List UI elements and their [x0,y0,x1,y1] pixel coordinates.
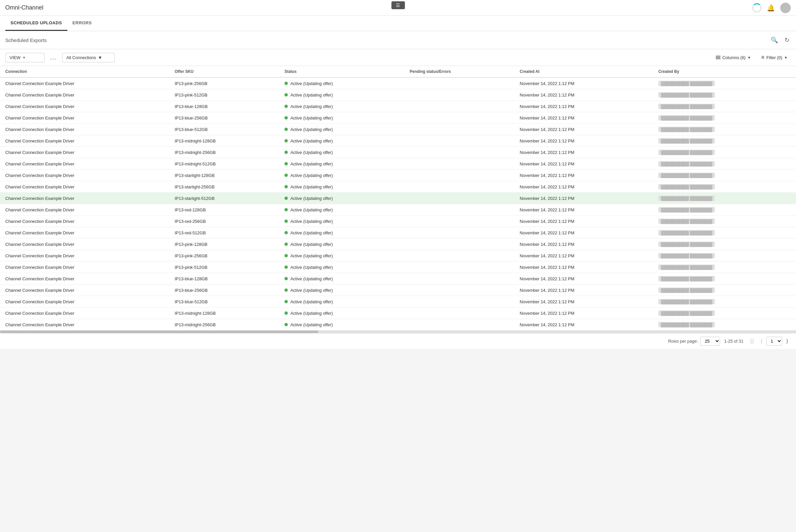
status-dot-icon [285,128,288,131]
filter-button[interactable]: ≡ Filter (0) ▼ [758,53,791,62]
page-number-select[interactable]: 1 2 [766,337,782,346]
status-dot-icon [285,208,288,211]
table-row[interactable]: Channel Connection Example DriverIP13-pi… [0,239,796,250]
cell-connection: Channel Connection Example Driver [0,227,169,239]
cell-created-at: November 14, 2022 1:12 PM [514,319,653,330]
cell-created-at: November 14, 2022 1:12 PM [514,250,653,262]
cell-sku: IP13-midnight-128GB [169,135,279,147]
cell-connection: Channel Connection Example Driver [0,307,169,319]
cell-created-at: November 14, 2022 1:12 PM [514,101,653,112]
created-by-value: ██████████ ████████ [658,184,715,189]
table-row[interactable]: Channel Connection Example DriverIP13-st… [0,193,796,204]
connections-select[interactable]: All Connections ▼ [62,53,115,62]
cell-sku: IP13-blue-128GB [169,273,279,285]
cell-sku: IP13-blue-256GB [169,112,279,124]
cell-created-at: November 14, 2022 1:12 PM [514,307,653,319]
table-row[interactable]: Channel Connection Example DriverIP13-bl… [0,101,796,112]
connections-label: All Connections [66,55,96,60]
table-row[interactable]: Channel Connection Example DriverIP13-mi… [0,158,796,170]
status-dot-icon [285,277,288,280]
cell-pending [404,307,514,319]
created-by-value: ██████████ ████████ [658,276,715,281]
menu-button[interactable]: ☰ [391,1,405,9]
table-row[interactable]: Channel Connection Example DriverIP13-mi… [0,147,796,158]
page-range: 1-25 of 31 [724,339,743,344]
cell-created-at: November 14, 2022 1:12 PM [514,112,653,124]
table-row[interactable]: Channel Connection Example DriverIP13-bl… [0,273,796,285]
table-row[interactable]: Channel Connection Example DriverIP13-st… [0,170,796,181]
table-row[interactable]: Channel Connection Example DriverIP13-bl… [0,124,796,135]
tab-scheduled-uploads[interactable]: SCHEDULED UPLOADS [5,16,67,31]
cell-pending [404,250,514,262]
refresh-button[interactable]: ↻ [783,35,791,45]
table-row[interactable]: Channel Connection Example DriverIP13-re… [0,216,796,227]
columns-label: Columns (6) [722,55,746,60]
table-row[interactable]: Channel Connection Example DriverIP13-bl… [0,285,796,296]
table-row[interactable]: Channel Connection Example DriverIP13-pi… [0,77,796,89]
table-row[interactable]: Channel Connection Example DriverIP13-bl… [0,112,796,124]
col-header-created-at: Created At [514,66,653,77]
tab-errors[interactable]: ERRORS [67,16,97,31]
cell-created-by: ██████████ ████████ [653,158,796,170]
cell-sku: IP13-blue-512GB [169,124,279,135]
columns-button[interactable]: Columns (6) ▼ [712,53,754,62]
created-by-value: ██████████ ████████ [658,150,715,155]
status-text: Active (Updating offer) [290,196,333,201]
col-header-pending: Pending status/Errors [404,66,514,77]
cell-sku: IP13-blue-256GB [169,285,279,296]
rows-per-page-select[interactable]: 25 10 50 100 [700,337,720,346]
first-page-button[interactable]: ⟨⟨ [747,337,757,346]
cell-created-by: ██████████ ████████ [653,239,796,250]
created-by-value: ██████████ ████████ [658,218,715,224]
cell-pending [404,181,514,193]
table-row[interactable]: Channel Connection Example DriverIP13-mi… [0,307,796,319]
table-row[interactable]: Channel Connection Example DriverIP13-mi… [0,135,796,147]
table-row[interactable]: Channel Connection Example DriverIP13-st… [0,181,796,193]
cell-pending [404,112,514,124]
cell-created-by: ██████████ ████████ [653,250,796,262]
avatar[interactable] [780,3,791,13]
cell-pending [404,135,514,147]
table-row[interactable]: Channel Connection Example DriverIP13-bl… [0,296,796,307]
filter-arrow-icon: ▼ [784,56,788,59]
cell-status: Active (Updating offer) [279,158,404,170]
more-options-button[interactable]: ... [47,53,59,62]
table-row[interactable]: Channel Connection Example DriverIP13-mi… [0,319,796,330]
page-actions: 🔍 ↻ [770,35,791,45]
horizontal-scrollbar[interactable] [0,330,796,333]
cell-created-by: ██████████ ████████ [653,181,796,193]
cell-connection: Channel Connection Example Driver [0,170,169,181]
cell-sku: IP13-pink-512GB [169,262,279,273]
cell-status: Active (Updating offer) [279,89,404,101]
cell-created-by: ██████████ ████████ [653,101,796,112]
search-button[interactable]: 🔍 [770,35,779,45]
scrollbar-thumb[interactable] [0,330,318,333]
notifications-icon[interactable]: 🔔 [767,4,775,12]
cell-created-at: November 14, 2022 1:12 PM [514,193,653,204]
created-by-value: ██████████ ████████ [658,310,715,316]
col-header-sku: Offer SKU [169,66,279,77]
table-row[interactable]: Channel Connection Example DriverIP13-re… [0,227,796,239]
status-dot-icon [285,93,288,96]
pagination-bar: Rows per page: 25 10 50 100 1-25 of 31 ⟨… [0,333,796,349]
status-text: Active (Updating offer) [290,173,333,178]
cell-status: Active (Updating offer) [279,273,404,285]
col-header-created-by: Created By [653,66,796,77]
cell-pending [404,296,514,307]
table-row[interactable]: Channel Connection Example DriverIP13-pi… [0,250,796,262]
next-page-button[interactable]: ⟩ [783,337,791,346]
created-by-value: ██████████ ████████ [658,92,715,97]
cell-pending [404,147,514,158]
cell-created-at: November 14, 2022 1:12 PM [514,216,653,227]
prev-page-button[interactable]: ⟨ [758,337,765,346]
cell-connection: Channel Connection Example Driver [0,101,169,112]
status-dot-icon [285,105,288,108]
table-row[interactable]: Channel Connection Example DriverIP13-pi… [0,89,796,101]
view-select[interactable]: VIEW ▼ [5,53,45,62]
table-row[interactable]: Channel Connection Example DriverIP13-pi… [0,262,796,273]
table-row[interactable]: Channel Connection Example DriverIP13-re… [0,204,796,216]
cell-status: Active (Updating offer) [279,307,404,319]
cell-connection: Channel Connection Example Driver [0,319,169,330]
status-text: Active (Updating offer) [290,242,333,247]
cell-connection: Channel Connection Example Driver [0,204,169,216]
